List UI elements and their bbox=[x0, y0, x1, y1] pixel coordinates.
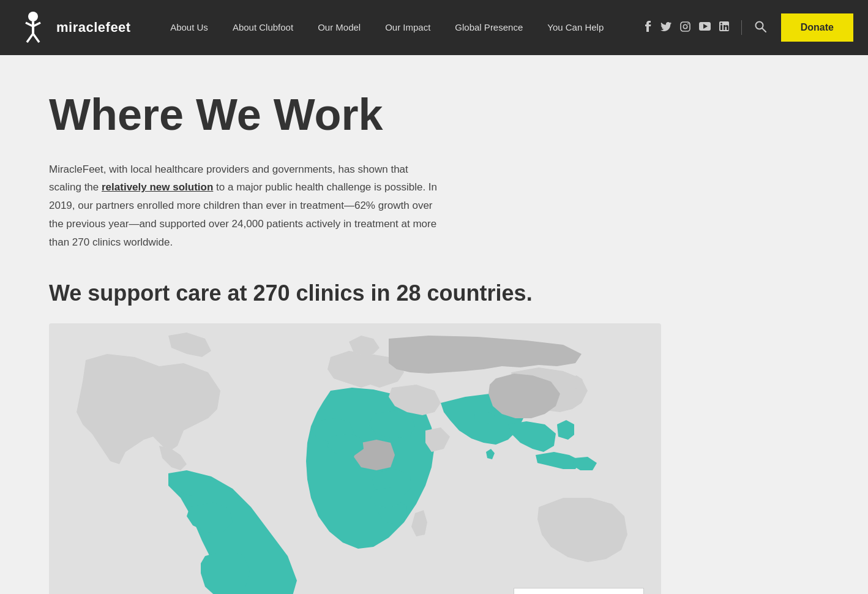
navbar: miraclefeet About Us About Clubfoot Our … bbox=[0, 0, 868, 55]
world-map bbox=[49, 323, 661, 594]
logo-icon bbox=[15, 9, 51, 46]
nav-you-can-help[interactable]: You Can Help bbox=[535, 0, 616, 55]
page-title: Where We Work bbox=[49, 92, 819, 138]
intro-paragraph: MiracleFeet, with local healthcare provi… bbox=[49, 160, 441, 252]
nav-links: About Us About Clubfoot Our Model Our Im… bbox=[131, 0, 643, 55]
solution-link[interactable]: relatively new solution bbox=[102, 181, 213, 193]
svg-rect-6 bbox=[681, 22, 690, 31]
nav-our-model[interactable]: Our Model bbox=[305, 0, 373, 55]
instagram-icon[interactable] bbox=[680, 21, 690, 34]
youtube-icon[interactable] bbox=[699, 22, 711, 33]
nav-our-impact[interactable]: Our Impact bbox=[373, 0, 443, 55]
nav-about-clubfoot[interactable]: About Clubfoot bbox=[220, 0, 305, 55]
nav-about-us[interactable]: About Us bbox=[158, 0, 220, 55]
nav-divider bbox=[741, 20, 742, 35]
twitter-icon[interactable] bbox=[660, 22, 672, 34]
svg-point-13 bbox=[720, 23, 722, 24]
svg-point-0 bbox=[28, 12, 38, 21]
donate-button[interactable]: Donate bbox=[781, 13, 853, 42]
social-icons bbox=[643, 21, 729, 34]
svg-point-8 bbox=[687, 23, 689, 24]
svg-line-15 bbox=[762, 28, 766, 32]
map-legend: NATIONAL PROGRAMS OTHER SUPPORT bbox=[514, 588, 644, 594]
main-content: Where We Work MiracleFeet, with local he… bbox=[0, 55, 868, 594]
map-container: NATIONAL PROGRAMS OTHER SUPPORT bbox=[49, 323, 661, 594]
facebook-icon[interactable] bbox=[643, 21, 652, 34]
nav-global-presence[interactable]: Global Presence bbox=[443, 0, 535, 55]
svg-point-7 bbox=[683, 24, 687, 28]
svg-rect-12 bbox=[720, 25, 722, 30]
svg-line-4 bbox=[27, 34, 33, 42]
logo-link[interactable]: miraclefeet bbox=[15, 9, 131, 46]
search-button[interactable] bbox=[754, 20, 766, 36]
svg-line-5 bbox=[33, 34, 39, 42]
nav-right: Donate bbox=[643, 13, 853, 42]
logo-text: miraclefeet bbox=[56, 20, 131, 36]
linkedin-icon[interactable] bbox=[719, 21, 729, 34]
search-icon bbox=[754, 20, 766, 32]
section-subtitle: We support care at 270 clinics in 28 cou… bbox=[49, 280, 600, 306]
